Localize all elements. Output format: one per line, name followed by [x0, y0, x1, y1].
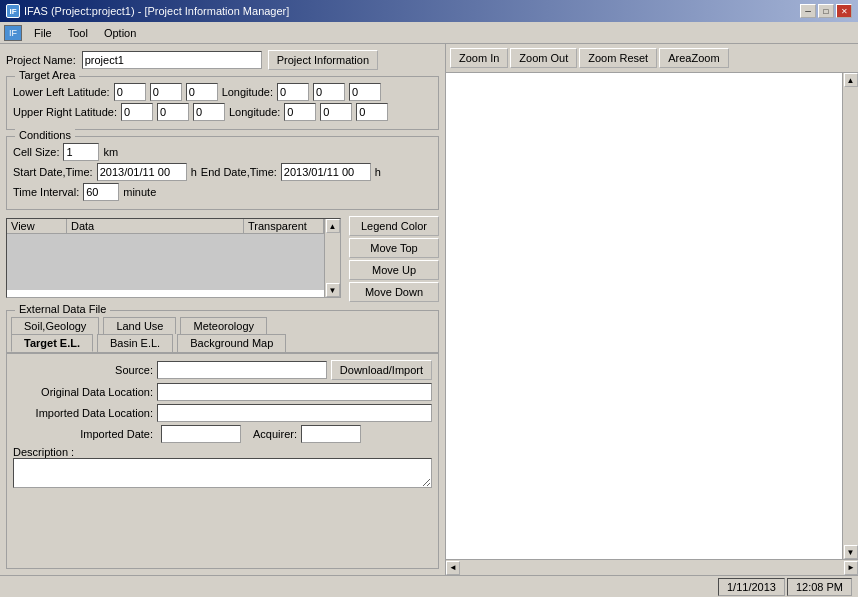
- scroll-up-icon[interactable]: ▲: [844, 73, 858, 87]
- tab-background-map[interactable]: Background Map: [177, 334, 286, 352]
- status-time: 12:08 PM: [787, 578, 852, 596]
- source-row: Source: Download/Import: [13, 360, 432, 380]
- zoom-in-button[interactable]: Zoom In: [450, 48, 508, 68]
- restore-button[interactable]: □: [818, 4, 834, 18]
- layer-table-area: View Data Transparent ▲ ▼ Legend Color M…: [6, 216, 439, 302]
- lower-left-lon3[interactable]: [349, 83, 381, 101]
- tab-land-use[interactable]: Land Use: [103, 317, 176, 334]
- cell-unit: km: [103, 146, 118, 158]
- description-label: Description :: [13, 446, 74, 458]
- table-body: [7, 234, 324, 290]
- description-row: Description :: [13, 446, 432, 490]
- upper-right-lat3[interactable]: [193, 103, 225, 121]
- tab-target-el[interactable]: Target E.L.: [11, 334, 93, 352]
- scroll-down-icon[interactable]: ▼: [844, 545, 858, 559]
- start-datetime-input[interactable]: [97, 163, 187, 181]
- vertical-scrollbar[interactable]: ▲ ▼: [842, 73, 858, 559]
- upper-right-lat2[interactable]: [157, 103, 189, 121]
- map-container: ▲ ▼ ◄ ►: [446, 73, 858, 575]
- project-name-input[interactable]: [82, 51, 262, 69]
- col-transparent: Transparent: [244, 219, 324, 233]
- conditions-group: Conditions Cell Size: km Start Date,Time…: [6, 136, 439, 210]
- upper-right-lon-label: Longitude:: [229, 106, 280, 118]
- tab-meteorology[interactable]: Meteorology: [180, 317, 267, 334]
- tab-soil-geology[interactable]: Soil,Geology: [11, 317, 99, 334]
- status-date: 1/11/2013: [718, 578, 785, 596]
- horizontal-scrollbar[interactable]: ◄ ►: [446, 559, 858, 575]
- window-title: IFAS (Project:project1) - [Project Infor…: [24, 5, 289, 17]
- move-top-button[interactable]: Move Top: [349, 238, 439, 258]
- scroll-up-arrow[interactable]: ▲: [326, 219, 340, 233]
- menu-tool[interactable]: Tool: [60, 25, 96, 41]
- scroll-left-icon[interactable]: ◄: [446, 561, 460, 575]
- start-label: Start Date,Time:: [13, 166, 93, 178]
- right-panel: Zoom In Zoom Out Zoom Reset AreaZoom ▲ ▼…: [445, 44, 858, 575]
- imported-location-label: Imported Data Location:: [13, 407, 153, 419]
- menu-option[interactable]: Option: [96, 25, 144, 41]
- lower-left-lat3[interactable]: [186, 83, 218, 101]
- upper-right-lon1[interactable]: [284, 103, 316, 121]
- target-area-group: Target Area Lower Left Latitude: Longitu…: [6, 76, 439, 130]
- upper-right-lat1[interactable]: [121, 103, 153, 121]
- zoom-out-button[interactable]: Zoom Out: [510, 48, 577, 68]
- source-input[interactable]: [157, 361, 327, 379]
- layer-table: View Data Transparent ▲ ▼: [6, 218, 341, 298]
- lower-left-lon1[interactable]: [277, 83, 309, 101]
- lower-left-lat1[interactable]: [114, 83, 146, 101]
- imported-location-row: Imported Data Location:: [13, 404, 432, 422]
- interval-input[interactable]: [83, 183, 119, 201]
- interval-row: Time Interval: minute: [13, 183, 432, 201]
- cell-size-label: Cell Size:: [13, 146, 59, 158]
- table-header: View Data Transparent: [7, 219, 324, 234]
- tabs-row-2: Target E.L. Basin E.L. Background Map: [7, 334, 438, 353]
- col-view: View: [7, 219, 67, 233]
- move-down-button[interactable]: Move Down: [349, 282, 439, 302]
- map-with-scrollbar: ▲ ▼: [446, 73, 858, 559]
- end-datetime-input[interactable]: [281, 163, 371, 181]
- move-up-button[interactable]: Move Up: [349, 260, 439, 280]
- menu-file[interactable]: File: [26, 25, 60, 41]
- project-name-label: Project Name:: [6, 54, 76, 66]
- minimize-button[interactable]: ─: [800, 4, 816, 18]
- external-data-group: External Data File Soil,Geology Land Use…: [6, 310, 439, 569]
- app-menu-icon[interactable]: IF: [4, 25, 22, 41]
- lower-left-row: Lower Left Latitude: Longitude:: [13, 83, 432, 101]
- map-toolbar: Zoom In Zoom Out Zoom Reset AreaZoom: [446, 44, 858, 73]
- app-icon: IF: [6, 4, 20, 18]
- description-input[interactable]: [13, 458, 432, 488]
- end-unit: h: [375, 166, 381, 178]
- project-name-row: Project Name: Project Information: [6, 50, 439, 70]
- imported-date-row: Imported Date: Acquirer:: [13, 425, 432, 443]
- original-location-row: Original Data Location:: [13, 383, 432, 401]
- acquirer-input[interactable]: [301, 425, 361, 443]
- source-label: Source:: [13, 364, 153, 376]
- start-unit: h: [191, 166, 197, 178]
- upper-right-label: Upper Right Latitude:: [13, 106, 117, 118]
- imported-location-input[interactable]: [157, 404, 432, 422]
- menu-bar: IF File Tool Option: [0, 22, 858, 44]
- tab-basin-el[interactable]: Basin E.L.: [97, 334, 173, 352]
- cell-size-row: Cell Size: km: [13, 143, 432, 161]
- area-zoom-button[interactable]: AreaZoom: [659, 48, 728, 68]
- lower-left-lon2[interactable]: [313, 83, 345, 101]
- imported-date-label: Imported Date:: [13, 428, 153, 440]
- lower-left-lat2[interactable]: [150, 83, 182, 101]
- scroll-down-arrow[interactable]: ▼: [326, 283, 340, 297]
- imported-date-input[interactable]: [161, 425, 241, 443]
- status-bar: 1/11/2013 12:08 PM: [0, 575, 858, 597]
- cell-size-input[interactable]: [63, 143, 99, 161]
- original-location-label: Original Data Location:: [13, 386, 153, 398]
- download-import-button[interactable]: Download/Import: [331, 360, 432, 380]
- map-area[interactable]: [446, 73, 842, 559]
- lower-left-lon-label: Longitude:: [222, 86, 273, 98]
- close-button[interactable]: ✕: [836, 4, 852, 18]
- table-scrollbar[interactable]: ▲ ▼: [324, 219, 340, 297]
- upper-right-lon2[interactable]: [320, 103, 352, 121]
- layer-buttons: Legend Color Move Top Move Up Move Down: [345, 216, 439, 302]
- original-location-input[interactable]: [157, 383, 432, 401]
- upper-right-lon3[interactable]: [356, 103, 388, 121]
- scroll-right-icon[interactable]: ►: [844, 561, 858, 575]
- project-info-button[interactable]: Project Information: [268, 50, 378, 70]
- legend-color-button[interactable]: Legend Color: [349, 216, 439, 236]
- zoom-reset-button[interactable]: Zoom Reset: [579, 48, 657, 68]
